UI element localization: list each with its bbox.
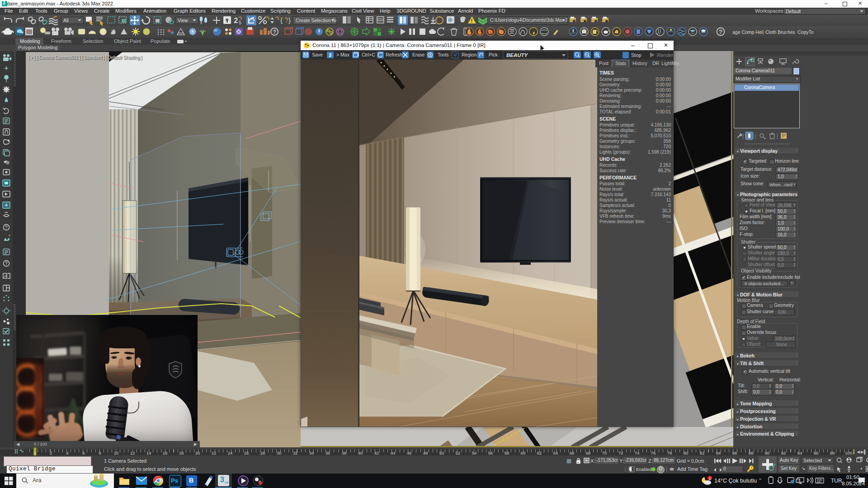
svg-text:Ctrl+C: Ctrl+C [362,52,375,57]
svg-text:BEAUTY: BEAUTY [506,52,528,58]
svg-text:Tools: Tools [438,52,449,57]
svg-text:Render: Render [657,52,674,58]
svg-text:3: 3 [329,52,331,58]
svg-text:Refresh: Refresh [386,52,402,57]
svg-text:Region: Region [462,52,476,57]
svg-text:!: ! [471,18,473,23]
svg-text:> Max: > Max [336,52,350,57]
svg-text:{: { [280,16,283,24]
svg-text:?: ? [5,225,8,230]
svg-text:2: 2 [234,16,238,25]
svg-text:?: ? [273,29,276,35]
svg-text:?: ? [5,261,8,266]
svg-text:Stop: Stop [631,52,642,58]
svg-text:Pick: Pick [489,52,498,57]
svg-text:|: | [777,133,778,139]
svg-text:}: } [288,16,291,24]
svg-text:Erase: Erase [412,52,425,57]
svg-text:1: 1 [709,477,711,481]
svg-text:5: 5 [239,20,241,25]
svg-text:|: | [755,133,756,139]
svg-text:?: ? [719,28,722,35]
svg-text:|: | [742,133,744,139]
svg-text:A: A [4,274,7,278]
svg-text:Save: Save [312,52,323,57]
